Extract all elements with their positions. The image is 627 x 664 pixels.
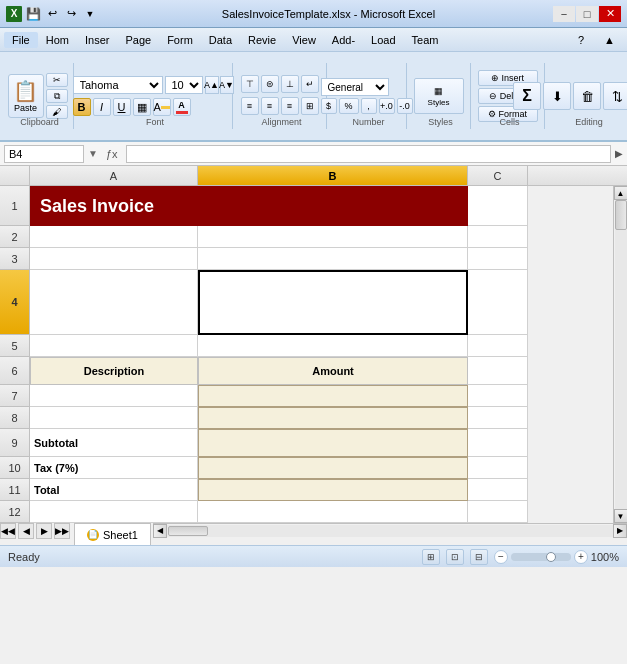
zoom-out-button[interactable]: − <box>494 550 508 564</box>
align-center-button[interactable]: ≡ <box>261 97 279 115</box>
formula-scroll-right-icon[interactable]: ▶ <box>615 148 623 159</box>
row-header-3[interactable]: 3 <box>0 248 30 270</box>
font-size-select[interactable]: 10 <box>165 76 203 94</box>
row-header-7[interactable]: 7 <box>0 385 30 407</box>
increase-font-size-button[interactable]: A▲ <box>205 76 219 94</box>
cell-b2[interactable] <box>198 226 468 248</box>
close-button[interactable]: ✕ <box>599 6 621 22</box>
currency-button[interactable]: $ <box>321 98 337 114</box>
merge-cells-button[interactable]: ⊞ <box>301 97 319 115</box>
col-header-c[interactable]: C <box>468 166 528 186</box>
h-scroll-thumb[interactable] <box>168 526 208 536</box>
increase-decimal-button[interactable]: +.0 <box>379 98 395 114</box>
maximize-button[interactable]: □ <box>576 6 598 22</box>
font-color-button[interactable]: A <box>173 98 191 116</box>
scroll-right-button[interactable]: ▶ <box>613 524 627 538</box>
cell-b9[interactable] <box>198 429 468 457</box>
menu-data[interactable]: Data <box>201 32 240 48</box>
fill-button[interactable]: ⬇ <box>543 82 571 110</box>
menu-form[interactable]: Form <box>159 32 201 48</box>
cell-a4[interactable] <box>30 270 198 335</box>
menu-home[interactable]: Hom <box>38 32 77 48</box>
cell-a2[interactable] <box>30 226 198 248</box>
align-middle-button[interactable]: ⊜ <box>261 75 279 93</box>
align-right-button[interactable]: ≡ <box>281 97 299 115</box>
cell-a6[interactable]: Description <box>30 357 198 385</box>
sheet-nav-next[interactable]: ▶ <box>36 523 52 539</box>
menu-view[interactable]: View <box>284 32 324 48</box>
cell-c7[interactable] <box>468 385 528 407</box>
sheet-tab-sheet1[interactable]: 📄 Sheet1 <box>74 523 151 545</box>
menu-review[interactable]: Revie <box>240 32 284 48</box>
cell-c8[interactable] <box>468 407 528 429</box>
cell-b4[interactable] <box>198 270 468 335</box>
cell-b3[interactable] <box>198 248 468 270</box>
menu-page[interactable]: Page <box>117 32 159 48</box>
cell-a10[interactable]: Tax (7%) <box>30 457 198 479</box>
horizontal-scrollbar[interactable]: ◀ ▶ <box>153 523 627 537</box>
cell-c6[interactable] <box>468 357 528 385</box>
cell-a5[interactable] <box>30 335 198 357</box>
row-header-11[interactable]: 11 <box>0 479 30 501</box>
autosum-button[interactable]: Σ <box>513 82 541 110</box>
conditional-formatting-button[interactable]: ▦ Styles <box>414 78 464 114</box>
clear-button[interactable]: 🗑 <box>573 82 601 110</box>
cell-a11[interactable]: Total <box>30 479 198 501</box>
vertical-scrollbar[interactable]: ▲ ▼ <box>613 186 627 523</box>
cell-b7[interactable] <box>198 385 468 407</box>
row-header-8[interactable]: 8 <box>0 407 30 429</box>
row-header-2[interactable]: 2 <box>0 226 30 248</box>
quick-undo-icon[interactable]: ↩ <box>44 6 60 22</box>
help-icon[interactable]: ? <box>570 32 592 48</box>
align-left-button[interactable]: ≡ <box>241 97 259 115</box>
menu-addins[interactable]: Add- <box>324 32 363 48</box>
cell-c3[interactable] <box>468 248 528 270</box>
cell-c9[interactable] <box>468 429 528 457</box>
align-bottom-button[interactable]: ⊥ <box>281 75 299 93</box>
minimize-button[interactable]: − <box>553 6 575 22</box>
function-icon[interactable]: ƒx <box>106 148 118 160</box>
ribbon-collapse-icon[interactable]: ▲ <box>596 32 623 48</box>
cell-b10[interactable] <box>198 457 468 479</box>
cell-b11[interactable] <box>198 479 468 501</box>
cell-c5[interactable] <box>468 335 528 357</box>
menu-insert[interactable]: Inser <box>77 32 117 48</box>
cell-c1[interactable] <box>468 186 528 226</box>
sheet-nav-first[interactable]: ◀◀ <box>0 523 16 539</box>
wrap-text-button[interactable]: ↵ <box>301 75 319 93</box>
cell-b5[interactable] <box>198 335 468 357</box>
menu-file[interactable]: File <box>4 32 38 48</box>
underline-button[interactable]: U <box>113 98 131 116</box>
percent-button[interactable]: % <box>339 98 359 114</box>
cell-b6[interactable]: Amount <box>198 357 468 385</box>
page-break-view-button[interactable]: ⊟ <box>470 549 488 565</box>
row-header-10[interactable]: 10 <box>0 457 30 479</box>
cell-a8[interactable] <box>30 407 198 429</box>
cell-reference-box[interactable]: B4 <box>4 145 84 163</box>
row-header-12[interactable]: 12 <box>0 501 30 523</box>
scroll-up-button[interactable]: ▲ <box>614 186 628 200</box>
cell-ref-dropdown-icon[interactable]: ▼ <box>88 148 98 159</box>
sheet-nav-last[interactable]: ▶▶ <box>54 523 70 539</box>
row-header-6[interactable]: 6 <box>0 357 30 385</box>
italic-button[interactable]: I <box>93 98 111 116</box>
comma-button[interactable]: , <box>361 98 377 114</box>
col-header-a[interactable]: A <box>30 166 198 186</box>
decrease-font-size-button[interactable]: A▼ <box>220 76 234 94</box>
align-top-button[interactable]: ⊤ <box>241 75 259 93</box>
cell-b12[interactable] <box>198 501 468 523</box>
number-format-select[interactable]: General <box>321 78 389 96</box>
cell-a12[interactable] <box>30 501 198 523</box>
row-header-4[interactable]: 4 <box>0 270 30 335</box>
menu-load[interactable]: Load <box>363 32 403 48</box>
cell-a9[interactable]: Subtotal <box>30 429 198 457</box>
row-header-5[interactable]: 5 <box>0 335 30 357</box>
cell-b8[interactable] <box>198 407 468 429</box>
normal-view-button[interactable]: ⊞ <box>422 549 440 565</box>
col-header-b[interactable]: B <box>198 166 468 186</box>
page-layout-view-button[interactable]: ⊡ <box>446 549 464 565</box>
cell-a7[interactable] <box>30 385 198 407</box>
quick-redo-icon[interactable]: ↪ <box>63 6 79 22</box>
cell-a1[interactable]: Sales Invoice <box>30 186 468 226</box>
zoom-slider[interactable] <box>511 553 571 561</box>
